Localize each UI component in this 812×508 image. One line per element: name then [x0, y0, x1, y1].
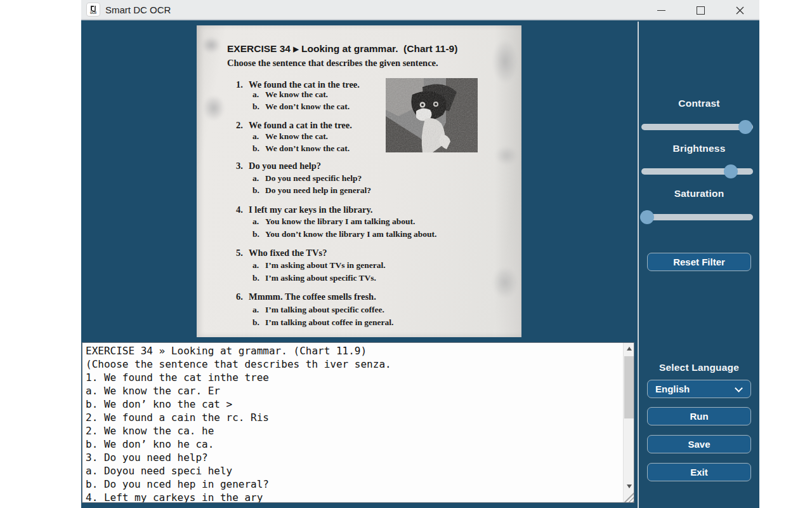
cat-photo: [386, 78, 478, 152]
scan-smudge: [495, 146, 518, 165]
exercise-option: a.Do you need specific help?: [252, 173, 362, 184]
ocr-textarea[interactable]: EXERCISE 34 » Looking at grammar. (Chart…: [82, 342, 634, 503]
exit-button[interactable]: Exit: [647, 463, 751, 481]
window-title: Smart DC OCR: [105, 4, 171, 15]
vertical-scrollbar[interactable]: [623, 343, 634, 502]
exercise-option: a.I’m asking about TVs in general.: [252, 260, 386, 271]
brightness-label: Brightness: [639, 143, 759, 154]
close-button[interactable]: [720, 0, 759, 20]
ocr-line: 3. Do you need help?: [86, 451, 622, 464]
exercise-option: b.I’m asking about specific TVs.: [252, 273, 376, 283]
brightness-slider[interactable]: [641, 168, 753, 175]
reset-filter-button[interactable]: Reset Filter: [647, 253, 751, 271]
ocr-line: a. We know the car. Er: [86, 384, 622, 398]
save-button[interactable]: Save: [647, 435, 751, 453]
titlebar: OCR Smart DC OCR: [81, 0, 759, 20]
exercise-option: b.I’m talking about coffee in general.: [252, 318, 393, 328]
scan-smudge: [492, 267, 518, 298]
exercise-option: a.You know the library I am talking abou…: [252, 217, 415, 227]
exercise-subtitle: Choose the sentence that describes the g…: [227, 58, 438, 69]
ocr-line: b. Do you nced hep in general?: [86, 478, 622, 491]
minimize-icon: [657, 10, 665, 11]
close-icon: [736, 6, 744, 15]
minimize-button[interactable]: [641, 0, 681, 20]
exercise-item: 4.I left my car keys in the library.: [236, 204, 372, 215]
ocr-line: EXERCISE 34 » Looking at grammar. (Chart…: [86, 344, 622, 358]
scanned-document-image: EXERCISE 34 ▶ Looking at grammar. (Chart…: [197, 25, 521, 337]
exercise-heading: EXERCISE 34 ▶ Looking at grammar. (Chart…: [227, 43, 457, 55]
contrast-slider-thumb[interactable]: [738, 120, 752, 134]
image-preview-panel: EXERCISE 34 ▶ Looking at grammar. (Chart…: [81, 22, 638, 338]
arrow-up-icon: [627, 347, 632, 351]
contrast-slider[interactable]: [641, 124, 753, 130]
exercise-item: 3.Do you need help?: [236, 161, 321, 171]
scroll-up-button[interactable]: [624, 343, 634, 354]
ocr-output-panel: EXERCISE 34 » Looking at grammar. (Chart…: [81, 338, 638, 508]
scrollbar-thumb[interactable]: [624, 356, 634, 418]
svg-text:OCR: OCR: [90, 11, 97, 15]
exercise-option: b.We don’t know the cat.: [252, 144, 350, 154]
ocr-line: 2. We found a cain the rc. Ris: [86, 411, 622, 424]
brightness-slider-thumb[interactable]: [724, 164, 738, 178]
language-select[interactable]: English: [647, 380, 751, 398]
arrow-down-icon: [627, 485, 632, 488]
contrast-label: Contrast: [639, 98, 759, 109]
chevron-down-icon: [735, 384, 743, 392]
select-language-label: Select Language: [639, 362, 759, 373]
exercise-item: 5.Who fixed the TVs?: [236, 248, 327, 258]
exercise-item: 1.We found the cat in the tree.: [236, 79, 360, 90]
exercise-option: b.We don’t know the cat.: [252, 102, 350, 112]
exercise-item: 2.We found a cat in the tree.: [236, 120, 352, 131]
exercise-option: b.Do you need help in general?: [252, 185, 371, 196]
app-window: OCR Smart DC OCR E: [81, 0, 759, 508]
ocr-line: a. Doyou need speci hely: [86, 464, 622, 478]
exercise-option: a.I’m talking about specific coffee.: [252, 305, 384, 315]
saturation-slider[interactable]: [641, 214, 753, 220]
ocr-line: 4. Left my carkeys in the ary: [86, 491, 622, 503]
ocr-line: 1. We found the cat inthe tree: [86, 371, 622, 384]
saturation-label: Saturation: [639, 188, 759, 199]
ocr-line: 2. We know the ca. he: [86, 424, 622, 438]
ocr-text: EXERCISE 34 » Looking at grammar. (Chart…: [86, 344, 622, 503]
ocr-line: (Choose the sentence that describes th i…: [86, 358, 622, 371]
scan-smudge: [492, 39, 518, 84]
scan-smudge: [202, 37, 221, 53]
exercise-option: a.We know the cat.: [252, 90, 328, 100]
saturation-slider-thumb[interactable]: [640, 210, 654, 224]
maximize-button[interactable]: [681, 0, 720, 20]
scroll-down-button[interactable]: [624, 481, 634, 491]
ocr-logo-icon: OCR: [88, 4, 98, 15]
controls-panel: Contrast Brightness Saturation Reset Fil…: [639, 22, 759, 508]
scan-smudge: [203, 95, 225, 121]
exercise-option: a.We know the cat.: [252, 131, 328, 142]
run-button[interactable]: Run: [647, 407, 751, 425]
maximize-icon: [697, 6, 705, 15]
triangle-bullet-icon: ▶: [293, 45, 298, 53]
ocr-line: b. We don’ kno he ca.: [86, 438, 622, 451]
app-icon: OCR: [86, 3, 100, 17]
window-controls: [641, 0, 759, 20]
ocr-line: b. We don’ kno the cat >: [86, 398, 622, 411]
window-content: EXERCISE 34 ▶ Looking at grammar. (Chart…: [81, 22, 759, 508]
exercise-option: b.You don’t know the library I am talkin…: [252, 229, 436, 239]
exercise-item: 6.Mmmm. The coffee smells fresh.: [236, 291, 376, 302]
language-selected-value: English: [655, 384, 690, 394]
